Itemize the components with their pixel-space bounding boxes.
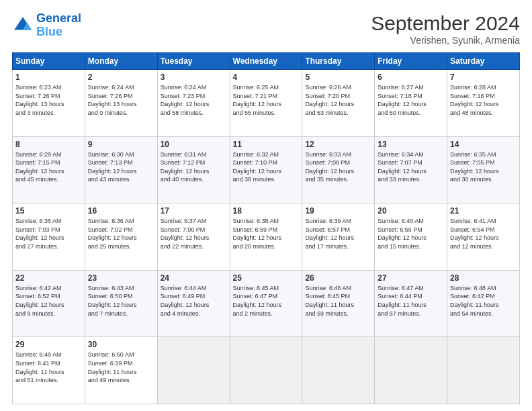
day-number: 5: [305, 73, 371, 82]
day-number: 3: [161, 73, 227, 82]
cell-info: Sunrise: 6:44 AM Sunset: 6:49 PM Dayligh…: [161, 284, 227, 318]
cell-info: Sunrise: 6:47 AM Sunset: 6:44 PM Dayligh…: [378, 284, 444, 318]
cell-info: Sunrise: 6:42 AM Sunset: 6:52 PM Dayligh…: [15, 284, 82, 318]
calendar-cell: 11 Sunrise: 6:32 AM Sunset: 7:10 PM Dayl…: [230, 136, 302, 203]
cell-info: Sunrise: 6:30 AM Sunset: 7:13 PM Dayligh…: [88, 150, 154, 184]
day-number: 10: [161, 140, 227, 149]
cell-info: Sunrise: 6:35 AM Sunset: 7:05 PM Dayligh…: [450, 150, 517, 184]
calendar-cell: 20 Sunrise: 6:40 AM Sunset: 6:55 PM Dayl…: [375, 203, 447, 271]
header-wednesday: Wednesday: [230, 53, 302, 70]
day-number: 14: [450, 140, 517, 149]
day-number: 23: [88, 273, 154, 283]
day-number: 26: [305, 273, 371, 283]
cell-info: Sunrise: 6:38 AM Sunset: 6:59 PM Dayligh…: [233, 217, 300, 250]
day-number: 17: [161, 206, 227, 216]
calendar-cell: 15 Sunrise: 6:35 AM Sunset: 7:03 PM Dayl…: [13, 203, 85, 271]
calendar-cell: [447, 337, 520, 404]
calendar-cell: [230, 337, 302, 404]
calendar-cell: [375, 337, 447, 404]
calendar-cell: 8 Sunrise: 6:29 AM Sunset: 7:15 PM Dayli…: [13, 136, 85, 203]
cell-info: Sunrise: 6:49 AM Sunset: 6:41 PM Dayligh…: [15, 351, 82, 384]
day-number: 21: [450, 206, 517, 216]
cell-info: Sunrise: 6:48 AM Sunset: 6:42 PM Dayligh…: [450, 284, 517, 318]
day-number: 15: [15, 206, 82, 216]
cell-info: Sunrise: 6:41 AM Sunset: 6:54 PM Dayligh…: [450, 217, 517, 250]
calendar-cell: 4 Sunrise: 6:25 AM Sunset: 7:21 PM Dayli…: [230, 70, 302, 137]
cell-info: Sunrise: 6:43 AM Sunset: 6:50 PM Dayligh…: [88, 284, 154, 318]
cell-info: Sunrise: 6:32 AM Sunset: 7:10 PM Dayligh…: [233, 150, 300, 184]
day-number: 22: [15, 273, 82, 283]
calendar-week-5: 29 Sunrise: 6:49 AM Sunset: 6:41 PM Dayl…: [13, 337, 520, 404]
calendar-week-4: 22 Sunrise: 6:42 AM Sunset: 6:52 PM Dayl…: [13, 270, 520, 337]
header-sunday: Sunday: [13, 53, 85, 70]
calendar-cell: 26 Sunrise: 6:46 AM Sunset: 6:45 PM Dayl…: [302, 270, 375, 337]
calendar-cell: 10 Sunrise: 6:31 AM Sunset: 7:12 PM Dayl…: [157, 136, 230, 203]
calendar-cell: 28 Sunrise: 6:48 AM Sunset: 6:42 PM Dayl…: [447, 270, 520, 337]
cell-info: Sunrise: 6:36 AM Sunset: 7:02 PM Dayligh…: [88, 217, 154, 250]
calendar-week-1: 1 Sunrise: 6:23 AM Sunset: 7:26 PM Dayli…: [13, 70, 520, 137]
day-number: 7: [450, 73, 517, 82]
day-number: 2: [88, 73, 154, 82]
header-tuesday: Tuesday: [157, 53, 230, 70]
cell-info: Sunrise: 6:45 AM Sunset: 6:47 PM Dayligh…: [233, 284, 300, 318]
day-number: 28: [450, 273, 517, 283]
day-number: 30: [88, 340, 154, 349]
calendar-cell: 1 Sunrise: 6:23 AM Sunset: 7:26 PM Dayli…: [13, 70, 85, 137]
calendar-cell: 25 Sunrise: 6:45 AM Sunset: 6:47 PM Dayl…: [230, 270, 302, 337]
day-number: 6: [378, 73, 444, 82]
day-number: 1: [15, 73, 82, 82]
day-number: 27: [378, 273, 444, 283]
calendar-cell: 27 Sunrise: 6:47 AM Sunset: 6:44 PM Dayl…: [375, 270, 447, 337]
cell-info: Sunrise: 6:50 AM Sunset: 6:39 PM Dayligh…: [88, 351, 154, 384]
calendar-cell: 29 Sunrise: 6:49 AM Sunset: 6:41 PM Dayl…: [13, 337, 85, 404]
cell-info: Sunrise: 6:25 AM Sunset: 7:21 PM Dayligh…: [233, 83, 300, 117]
cell-info: Sunrise: 6:29 AM Sunset: 7:15 PM Dayligh…: [15, 150, 82, 184]
calendar-week-3: 15 Sunrise: 6:35 AM Sunset: 7:03 PM Dayl…: [13, 203, 520, 271]
calendar-cell: 5 Sunrise: 6:26 AM Sunset: 7:20 PM Dayli…: [302, 70, 375, 137]
calendar-cell: 7 Sunrise: 6:28 AM Sunset: 7:16 PM Dayli…: [447, 70, 520, 137]
cell-info: Sunrise: 6:33 AM Sunset: 7:08 PM Dayligh…: [305, 150, 371, 184]
calendar-cell: 21 Sunrise: 6:41 AM Sunset: 6:54 PM Dayl…: [447, 203, 520, 271]
logo-text: General Blue: [36, 12, 81, 39]
calendar-week-2: 8 Sunrise: 6:29 AM Sunset: 7:15 PM Dayli…: [13, 136, 520, 203]
cell-info: Sunrise: 6:24 AM Sunset: 7:26 PM Dayligh…: [88, 83, 154, 117]
day-number: 19: [305, 206, 371, 216]
calendar-cell: 3 Sunrise: 6:24 AM Sunset: 7:23 PM Dayli…: [157, 70, 230, 137]
calendar-cell: 30 Sunrise: 6:50 AM Sunset: 6:39 PM Dayl…: [85, 337, 157, 404]
calendar-cell: [302, 337, 375, 404]
logo: General Blue: [12, 12, 81, 39]
cell-info: Sunrise: 6:40 AM Sunset: 6:55 PM Dayligh…: [378, 217, 444, 250]
calendar-cell: [157, 337, 230, 404]
header: General Blue September 2024 Verishen, Sy…: [12, 12, 520, 46]
day-number: 16: [88, 206, 154, 216]
calendar-cell: 12 Sunrise: 6:33 AM Sunset: 7:08 PM Dayl…: [302, 136, 375, 203]
day-number: 20: [378, 206, 444, 216]
cell-info: Sunrise: 6:27 AM Sunset: 7:18 PM Dayligh…: [378, 83, 444, 117]
location-subtitle: Verishen, Syunik, Armenia: [371, 35, 520, 46]
calendar-cell: 24 Sunrise: 6:44 AM Sunset: 6:49 PM Dayl…: [157, 270, 230, 337]
cell-info: Sunrise: 6:26 AM Sunset: 7:20 PM Dayligh…: [305, 83, 371, 117]
day-number: 29: [15, 340, 82, 349]
cell-info: Sunrise: 6:34 AM Sunset: 7:07 PM Dayligh…: [378, 150, 444, 184]
day-number: 4: [233, 73, 300, 82]
day-number: 12: [305, 140, 371, 149]
cell-info: Sunrise: 6:46 AM Sunset: 6:45 PM Dayligh…: [305, 284, 371, 318]
calendar-cell: 18 Sunrise: 6:38 AM Sunset: 6:59 PM Dayl…: [230, 203, 302, 271]
cell-info: Sunrise: 6:37 AM Sunset: 7:00 PM Dayligh…: [161, 217, 227, 250]
calendar-cell: 2 Sunrise: 6:24 AM Sunset: 7:26 PM Dayli…: [85, 70, 157, 137]
day-number: 11: [233, 140, 300, 149]
day-number: 25: [233, 273, 300, 283]
month-title: September 2024: [371, 12, 520, 35]
cell-info: Sunrise: 6:39 AM Sunset: 6:57 PM Dayligh…: [305, 217, 371, 250]
cell-info: Sunrise: 6:31 AM Sunset: 7:12 PM Dayligh…: [161, 150, 227, 184]
title-block: September 2024 Verishen, Syunik, Armenia: [371, 12, 520, 46]
general-blue-logo-icon: [12, 15, 34, 36]
header-saturday: Saturday: [447, 53, 520, 70]
calendar-cell: 13 Sunrise: 6:34 AM Sunset: 7:07 PM Dayl…: [375, 136, 447, 203]
calendar-header-row: Sunday Monday Tuesday Wednesday Thursday…: [13, 53, 520, 70]
day-number: 9: [88, 140, 154, 149]
page: General Blue September 2024 Verishen, Sy…: [0, 0, 532, 411]
calendar-cell: 14 Sunrise: 6:35 AM Sunset: 7:05 PM Dayl…: [447, 136, 520, 203]
header-friday: Friday: [375, 53, 447, 70]
cell-info: Sunrise: 6:23 AM Sunset: 7:26 PM Dayligh…: [15, 83, 82, 117]
